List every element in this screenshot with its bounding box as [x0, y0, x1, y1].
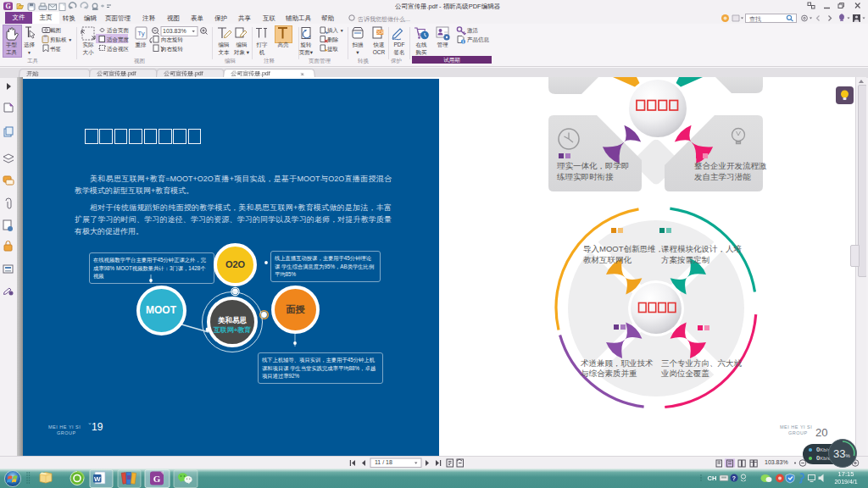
- svg-text:20: 20: [815, 426, 827, 439]
- svg-text:练理实即时衔接: 练理实即时衔接: [557, 172, 614, 181]
- svg-text:术道兼顾，职业技术: 术道兼顾，职业技术: [581, 358, 654, 368]
- svg-text:发自主学习潜能: 发自主学习潜能: [694, 172, 751, 181]
- svg-text:业岗位全覆盖: 业岗位全覆盖: [660, 369, 710, 378]
- svg-text:Ty: Ty: [137, 30, 144, 37]
- svg-text:33%: 33%: [833, 447, 850, 460]
- svg-text:?: ?: [732, 475, 736, 481]
- svg-text:导入MOOT创新思维，: 导入MOOT创新思维，: [583, 244, 664, 253]
- svg-text:教材互联网化: 教材互联网化: [583, 255, 632, 264]
- svg-text:CH: CH: [708, 474, 717, 482]
- svg-text:OCR: OCR: [376, 30, 385, 35]
- svg-text:理实一体化，即学即: 理实一体化，即学即: [557, 161, 630, 170]
- svg-text:GROUP: GROUP: [788, 430, 808, 435]
- svg-text:MEI HE YI SI: MEI HE YI SI: [780, 424, 812, 430]
- svg-text:课程模块化设计，人培: 课程模块化设计，人培: [661, 244, 742, 253]
- svg-text:三个专业方向、六大就: 三个专业方向、六大就: [661, 358, 743, 368]
- svg-text:W: W: [94, 475, 101, 483]
- svg-text:G: G: [153, 474, 161, 484]
- svg-text:i: i: [463, 40, 464, 44]
- svg-text:与综合素质并重: 与综合素质并重: [581, 369, 637, 378]
- svg-text:G: G: [5, 3, 10, 10]
- svg-text:方案按需定制: 方案按需定制: [661, 255, 709, 264]
- svg-text:整合企业开发流程激: 整合企业开发流程激: [694, 161, 767, 170]
